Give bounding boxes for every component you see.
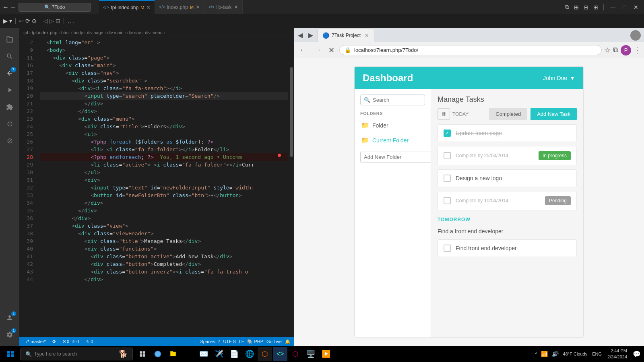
debug-circle-btn[interactable]: ⊙	[32, 18, 37, 24]
dropdown-btn[interactable]: ▾	[9, 18, 12, 24]
nav-fwd-btn[interactable]: →	[312, 45, 324, 55]
chevron-icon[interactable]: ^	[534, 352, 538, 356]
spaces-setting[interactable]: Spaces: 2	[200, 339, 220, 344]
error-count[interactable]: ✕0 ⚠0	[61, 339, 80, 344]
folder-item-2-current[interactable]: 📁 Current Folder	[360, 135, 425, 146]
task-checkbox-2[interactable]	[444, 152, 451, 159]
forward-btn[interactable]: ▷	[50, 18, 54, 24]
tab-lib-close[interactable]: ✕	[234, 4, 238, 10]
task-checkbox-4[interactable]	[444, 197, 451, 204]
taskbar-icon-pdf[interactable]: 📄	[227, 347, 242, 361]
taskbar-search[interactable]: 🔍 Type here to search 🐕	[20, 348, 133, 360]
extension-btn[interactable]: ⧉	[613, 46, 618, 54]
taskbar-icon-mail[interactable]: ✉️	[196, 347, 211, 361]
taskbar-icon-chrome[interactable]: 🌐	[242, 347, 257, 361]
start-button[interactable]	[2, 347, 19, 361]
language-setting[interactable]: ENG	[590, 352, 603, 356]
remote-icon[interactable]: ⊙	[2, 116, 18, 132]
run-button[interactable]: ▶	[3, 18, 8, 24]
network-icon[interactable]: 📶	[540, 351, 549, 357]
grid-button[interactable]: ⊞	[591, 3, 600, 11]
add-task-button[interactable]: Add New Task	[530, 108, 577, 120]
clock[interactable]: 2:44 PM 2/24/2024	[605, 348, 630, 360]
bookmark-btn[interactable]: ☆	[604, 46, 611, 55]
nav-back-button[interactable]: ←	[2, 4, 9, 11]
trash-button[interactable]: 🗑	[438, 108, 450, 120]
tab-index[interactable]: </> index.php M ✕	[155, 0, 204, 14]
encoding-setting[interactable]: UTF-8	[223, 339, 235, 344]
taskbar-icon-vscode[interactable]: <>	[273, 347, 287, 361]
debug-sync-btn[interactable]: ⟳	[25, 18, 30, 24]
minimize-button[interactable]: —	[607, 3, 619, 11]
tab-tpl-index[interactable]: </> tpl-index.php M ✕	[99, 0, 155, 14]
taskbar-icon-telegram[interactable]: ✈️	[212, 347, 226, 361]
taskbar-icon-app3[interactable]: 🖥️	[303, 347, 318, 361]
split-editor-button[interactable]: ⧉	[563, 3, 571, 11]
browser-tab-close[interactable]: ✕	[365, 33, 369, 39]
nav-forward-button[interactable]: →	[10, 4, 16, 11]
line-ending-setting[interactable]: LF	[239, 339, 244, 344]
close-window-button[interactable]: ✕	[630, 3, 642, 11]
tab-libtask[interactable]: </> lib-task ✕	[204, 0, 242, 14]
taskbar-icon-files[interactable]	[166, 347, 180, 361]
taskbar: 🔍 Type here to search 🐕 🛍 ✉️ ✈️	[0, 346, 644, 362]
debug-back-btn[interactable]: ↩	[19, 18, 24, 24]
run-debug-icon[interactable]	[2, 82, 18, 98]
folder-item-1[interactable]: 📁 Folder	[360, 120, 425, 131]
add-folder-input[interactable]	[360, 152, 431, 162]
source-control-icon[interactable]: 7	[2, 65, 18, 81]
warn-count[interactable]: ⚠ 0	[84, 339, 95, 344]
taskbar-icon-store[interactable]: 🛍	[181, 347, 196, 361]
more-btn[interactable]: …	[67, 17, 74, 25]
testing-icon[interactable]: ⊘	[2, 133, 18, 149]
tab-tpl-close[interactable]: ✕	[146, 4, 151, 10]
browser-menu-btn[interactable]: ⋮	[634, 46, 641, 55]
split-view-button[interactable]: ⊟	[582, 3, 590, 11]
tab-index-close[interactable]: ✕	[196, 4, 200, 10]
taskbar-icon-app2[interactable]: ⬡	[288, 347, 303, 361]
completed-button[interactable]: Completed	[489, 108, 527, 120]
dashboard-sidebar: 🔍 FOLDERS 📁 Folder	[355, 89, 431, 337]
browser-profile-icon[interactable]	[630, 30, 641, 41]
svg-rect-1	[11, 351, 14, 354]
files-icon[interactable]	[2, 31, 18, 47]
code-content[interactable]: <html lang="en" > <body> <div class="pag…	[36, 37, 288, 337]
git-branch[interactable]: ⎇ master*	[23, 339, 47, 344]
nav-back-btn[interactable]: ←	[297, 45, 309, 55]
address-bar-input[interactable]	[354, 47, 597, 53]
notification-bell[interactable]: 🔔	[285, 339, 291, 344]
maximize-button[interactable]: □	[620, 3, 630, 11]
taskbar-icon-taskview[interactable]	[135, 347, 150, 361]
notification-icon[interactable]: 💬	[631, 350, 642, 358]
task-checkbox-1[interactable]: ✓	[444, 130, 451, 137]
search-input[interactable]	[373, 97, 421, 103]
history-btn[interactable]: ◁	[43, 18, 48, 24]
taskbar-icon-app1[interactable]: ⬡	[258, 347, 272, 361]
profile-btn[interactable]: P	[621, 45, 631, 56]
nav-reload-btn[interactable]: ✕	[326, 45, 337, 56]
browser-back-btn[interactable]: ◀	[295, 31, 305, 40]
taskbar-icon-youtube[interactable]: ▶️	[319, 347, 333, 361]
settings-icon[interactable]: 1	[2, 327, 18, 343]
user-menu[interactable]: John Doe ▼	[543, 75, 575, 81]
svg-rect-3	[11, 354, 14, 357]
search-icon[interactable]	[2, 48, 18, 64]
accounts-icon[interactable]: 1	[2, 310, 18, 326]
layout-btn2[interactable]: ⊟	[56, 18, 60, 24]
task-actions-row: 🗑 TODAY Completed Add New Task	[438, 108, 577, 120]
browser-fwd-btn[interactable]: ▶	[306, 31, 316, 40]
task-checkbox-3[interactable]	[444, 175, 451, 182]
language-setting[interactable]: 🐘 PHP	[247, 339, 263, 344]
volume-icon[interactable]: 🔊	[551, 351, 560, 357]
sync-status[interactable]: ⟳	[51, 339, 58, 344]
view-header: Manage Tasks	[438, 95, 577, 104]
golive-btn[interactable]: Go Live	[266, 339, 282, 344]
task-checkbox-5[interactable]	[444, 245, 451, 252]
mini-scrollbar[interactable]	[288, 37, 294, 337]
layout-button[interactable]: ⊞	[572, 3, 581, 11]
extensions-icon[interactable]	[2, 99, 18, 115]
vscode-address-bar[interactable]	[19, 3, 91, 12]
browser-tab-active[interactable]: 🔵 7Task Project ✕	[317, 28, 374, 42]
weather-info[interactable]: 48°F Cloudy	[561, 352, 589, 356]
taskbar-icon-edge[interactable]	[151, 347, 165, 361]
